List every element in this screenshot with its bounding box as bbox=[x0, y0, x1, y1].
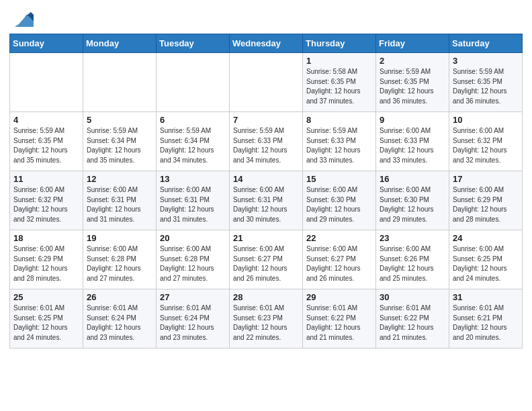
calendar-body: 1Sunrise: 5:58 AM Sunset: 6:35 PM Daylig… bbox=[10, 53, 523, 349]
day-number: 7 bbox=[233, 115, 299, 125]
calendar-cell bbox=[157, 53, 230, 112]
day-info: Sunrise: 6:00 AM Sunset: 6:32 PM Dayligh… bbox=[13, 185, 79, 224]
calendar-cell: 8Sunrise: 5:59 AM Sunset: 6:33 PM Daylig… bbox=[303, 112, 376, 171]
calendar-cell: 16Sunrise: 6:00 AM Sunset: 6:30 PM Dayli… bbox=[376, 171, 449, 230]
day-info: Sunrise: 6:00 AM Sunset: 6:27 PM Dayligh… bbox=[233, 244, 299, 283]
calendar-table: SundayMondayTuesdayWednesdayThursdayFrid… bbox=[9, 34, 523, 349]
day-number: 4 bbox=[13, 115, 79, 125]
day-info: Sunrise: 5:58 AM Sunset: 6:35 PM Dayligh… bbox=[306, 67, 372, 106]
day-info: Sunrise: 6:00 AM Sunset: 6:28 PM Dayligh… bbox=[87, 244, 152, 283]
logo-icon bbox=[15, 12, 34, 27]
calendar-cell: 5Sunrise: 5:59 AM Sunset: 6:34 PM Daylig… bbox=[83, 112, 157, 171]
calendar-cell: 25Sunrise: 6:01 AM Sunset: 6:25 PM Dayli… bbox=[10, 289, 83, 349]
calendar-cell: 9Sunrise: 6:00 AM Sunset: 6:33 PM Daylig… bbox=[376, 112, 449, 171]
day-number: 29 bbox=[306, 292, 372, 302]
day-info: Sunrise: 5:59 AM Sunset: 6:34 PM Dayligh… bbox=[160, 126, 226, 165]
header-day-sunday: Sunday bbox=[10, 34, 83, 53]
day-number: 31 bbox=[453, 292, 519, 302]
day-info: Sunrise: 6:00 AM Sunset: 6:33 PM Dayligh… bbox=[380, 126, 445, 165]
day-number: 24 bbox=[453, 233, 519, 243]
day-info: Sunrise: 6:00 AM Sunset: 6:31 PM Dayligh… bbox=[160, 185, 226, 224]
day-number: 21 bbox=[233, 233, 299, 243]
day-number: 5 bbox=[87, 115, 152, 125]
day-number: 30 bbox=[380, 292, 445, 302]
calendar-week-5: 25Sunrise: 6:01 AM Sunset: 6:25 PM Dayli… bbox=[10, 289, 523, 349]
day-number: 15 bbox=[306, 174, 372, 184]
day-info: Sunrise: 6:00 AM Sunset: 6:31 PM Dayligh… bbox=[87, 185, 152, 224]
calendar-cell: 14Sunrise: 6:00 AM Sunset: 6:31 PM Dayli… bbox=[230, 171, 303, 230]
calendar-cell: 18Sunrise: 6:00 AM Sunset: 6:29 PM Dayli… bbox=[10, 230, 83, 289]
day-number: 27 bbox=[160, 292, 226, 302]
calendar-cell: 4Sunrise: 5:59 AM Sunset: 6:35 PM Daylig… bbox=[10, 112, 83, 171]
calendar-cell bbox=[10, 53, 83, 112]
calendar-week-3: 11Sunrise: 6:00 AM Sunset: 6:32 PM Dayli… bbox=[10, 171, 523, 230]
calendar-cell: 13Sunrise: 6:00 AM Sunset: 6:31 PM Dayli… bbox=[157, 171, 230, 230]
day-number: 28 bbox=[233, 292, 299, 302]
day-number: 17 bbox=[453, 174, 519, 184]
calendar-cell: 17Sunrise: 6:00 AM Sunset: 6:29 PM Dayli… bbox=[449, 171, 523, 230]
page-header bbox=[0, 0, 532, 34]
day-info: Sunrise: 6:00 AM Sunset: 6:30 PM Dayligh… bbox=[306, 185, 372, 224]
header-day-monday: Monday bbox=[83, 34, 157, 53]
day-info: Sunrise: 6:00 AM Sunset: 6:25 PM Dayligh… bbox=[453, 244, 519, 283]
day-number: 19 bbox=[87, 233, 152, 243]
day-number: 10 bbox=[453, 115, 519, 125]
calendar-header: SundayMondayTuesdayWednesdayThursdayFrid… bbox=[10, 34, 523, 53]
day-info: Sunrise: 6:00 AM Sunset: 6:26 PM Dayligh… bbox=[380, 244, 445, 283]
day-info: Sunrise: 6:01 AM Sunset: 6:22 PM Dayligh… bbox=[380, 304, 445, 342]
calendar-cell: 28Sunrise: 6:01 AM Sunset: 6:23 PM Dayli… bbox=[230, 289, 303, 349]
day-info: Sunrise: 6:01 AM Sunset: 6:23 PM Dayligh… bbox=[233, 304, 299, 342]
calendar-cell: 22Sunrise: 6:00 AM Sunset: 6:27 PM Dayli… bbox=[303, 230, 376, 289]
logo bbox=[13, 12, 34, 27]
day-number: 23 bbox=[380, 233, 445, 243]
calendar-cell: 27Sunrise: 6:01 AM Sunset: 6:24 PM Dayli… bbox=[157, 289, 230, 349]
day-info: Sunrise: 5:59 AM Sunset: 6:33 PM Dayligh… bbox=[306, 126, 372, 165]
calendar-cell: 29Sunrise: 6:01 AM Sunset: 6:22 PM Dayli… bbox=[303, 289, 376, 349]
calendar-cell: 2Sunrise: 5:59 AM Sunset: 6:35 PM Daylig… bbox=[376, 53, 449, 112]
header-day-thursday: Thursday bbox=[303, 34, 376, 53]
calendar-cell: 7Sunrise: 5:59 AM Sunset: 6:33 PM Daylig… bbox=[230, 112, 303, 171]
day-info: Sunrise: 6:00 AM Sunset: 6:30 PM Dayligh… bbox=[380, 185, 445, 224]
day-number: 1 bbox=[306, 56, 372, 66]
day-info: Sunrise: 6:01 AM Sunset: 6:24 PM Dayligh… bbox=[87, 304, 152, 342]
calendar-week-1: 1Sunrise: 5:58 AM Sunset: 6:35 PM Daylig… bbox=[10, 53, 523, 112]
day-info: Sunrise: 6:01 AM Sunset: 6:21 PM Dayligh… bbox=[453, 304, 519, 342]
day-info: Sunrise: 5:59 AM Sunset: 6:35 PM Dayligh… bbox=[13, 126, 79, 165]
day-number: 26 bbox=[87, 292, 152, 302]
calendar-container: SundayMondayTuesdayWednesdayThursdayFrid… bbox=[0, 34, 532, 358]
day-number: 20 bbox=[160, 233, 226, 243]
header-day-tuesday: Tuesday bbox=[157, 34, 230, 53]
day-number: 2 bbox=[380, 56, 445, 66]
day-number: 18 bbox=[13, 233, 79, 243]
calendar-cell: 23Sunrise: 6:00 AM Sunset: 6:26 PM Dayli… bbox=[376, 230, 449, 289]
day-info: Sunrise: 5:59 AM Sunset: 6:35 PM Dayligh… bbox=[453, 67, 519, 106]
calendar-cell bbox=[230, 53, 303, 112]
calendar-cell: 3Sunrise: 5:59 AM Sunset: 6:35 PM Daylig… bbox=[449, 53, 523, 112]
day-info: Sunrise: 5:59 AM Sunset: 6:33 PM Dayligh… bbox=[233, 126, 299, 165]
day-info: Sunrise: 6:00 AM Sunset: 6:29 PM Dayligh… bbox=[453, 185, 519, 224]
day-number: 3 bbox=[453, 56, 519, 66]
calendar-cell bbox=[83, 53, 157, 112]
day-info: Sunrise: 6:01 AM Sunset: 6:22 PM Dayligh… bbox=[306, 304, 372, 342]
day-info: Sunrise: 6:00 AM Sunset: 6:31 PM Dayligh… bbox=[233, 185, 299, 224]
calendar-cell: 10Sunrise: 6:00 AM Sunset: 6:32 PM Dayli… bbox=[449, 112, 523, 171]
calendar-cell: 11Sunrise: 6:00 AM Sunset: 6:32 PM Dayli… bbox=[10, 171, 83, 230]
calendar-cell: 24Sunrise: 6:00 AM Sunset: 6:25 PM Dayli… bbox=[449, 230, 523, 289]
day-number: 12 bbox=[87, 174, 152, 184]
calendar-cell: 26Sunrise: 6:01 AM Sunset: 6:24 PM Dayli… bbox=[83, 289, 157, 349]
day-number: 6 bbox=[160, 115, 226, 125]
day-info: Sunrise: 5:59 AM Sunset: 6:35 PM Dayligh… bbox=[380, 67, 445, 106]
calendar-cell: 19Sunrise: 6:00 AM Sunset: 6:28 PM Dayli… bbox=[83, 230, 157, 289]
calendar-week-2: 4Sunrise: 5:59 AM Sunset: 6:35 PM Daylig… bbox=[10, 112, 523, 171]
day-info: Sunrise: 6:00 AM Sunset: 6:32 PM Dayligh… bbox=[453, 126, 519, 165]
calendar-cell: 30Sunrise: 6:01 AM Sunset: 6:22 PM Dayli… bbox=[376, 289, 449, 349]
day-number: 13 bbox=[160, 174, 226, 184]
day-number: 14 bbox=[233, 174, 299, 184]
day-number: 16 bbox=[380, 174, 445, 184]
calendar-cell: 6Sunrise: 5:59 AM Sunset: 6:34 PM Daylig… bbox=[157, 112, 230, 171]
day-info: Sunrise: 6:00 AM Sunset: 6:29 PM Dayligh… bbox=[13, 244, 79, 283]
calendar-cell: 31Sunrise: 6:01 AM Sunset: 6:21 PM Dayli… bbox=[449, 289, 523, 349]
day-info: Sunrise: 6:00 AM Sunset: 6:28 PM Dayligh… bbox=[160, 244, 226, 283]
day-info: Sunrise: 6:01 AM Sunset: 6:25 PM Dayligh… bbox=[13, 304, 79, 342]
header-day-wednesday: Wednesday bbox=[230, 34, 303, 53]
